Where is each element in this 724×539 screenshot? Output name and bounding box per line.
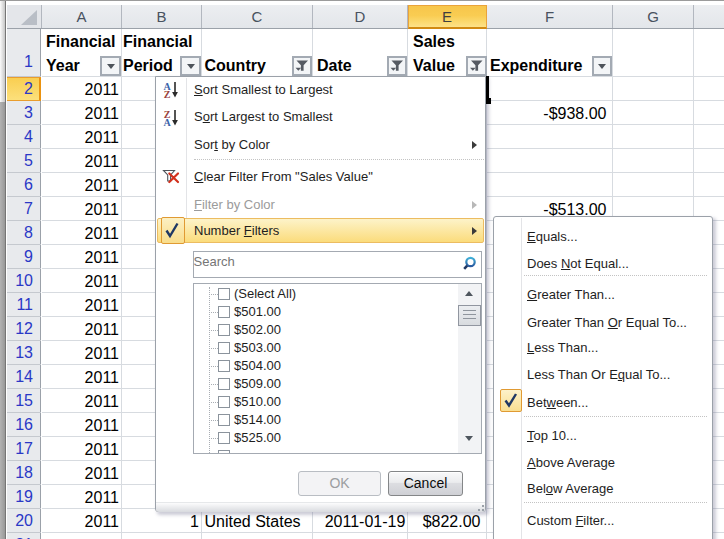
svg-text:A: A [163, 117, 171, 127]
svg-text:Z: Z [164, 89, 171, 99]
